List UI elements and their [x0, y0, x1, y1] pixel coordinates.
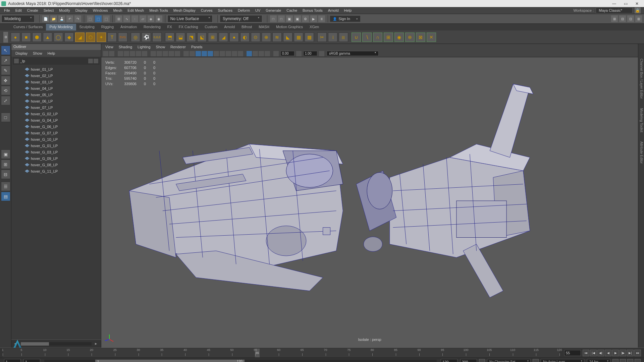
range-end-inner-field[interactable] — [441, 359, 458, 362]
range-end-field[interactable] — [460, 359, 477, 362]
menu-surfaces[interactable]: Surfaces — [215, 8, 235, 12]
vp-textured-icon[interactable] — [214, 51, 219, 56]
quad-draw-icon[interactable]: ⊞ — [384, 33, 393, 42]
panel-layout-icon-2[interactable]: ⊟ — [619, 15, 626, 22]
vp-antialias-icon[interactable] — [238, 51, 243, 56]
snap-view-icon[interactable]: ◉ — [156, 15, 162, 22]
history-toggle-icon[interactable]: □ — [270, 15, 277, 22]
play-forward-button[interactable]: ▶ — [612, 350, 619, 356]
vp-wireframe-icon[interactable] — [183, 51, 189, 56]
polydisc-icon[interactable]: ◢ — [75, 33, 85, 42]
extrude-icon[interactable]: ⬔ — [186, 33, 196, 42]
vp-exposure-field[interactable] — [280, 51, 294, 56]
remesh-icon[interactable]: ⊠ — [416, 33, 425, 42]
polysphere-icon[interactable]: ● — [11, 33, 20, 42]
range-start-field[interactable] — [4, 359, 21, 362]
outliner-search-input[interactable] — [20, 59, 88, 63]
vp-smooth-shade-icon[interactable] — [190, 51, 195, 56]
vp-menu-panels[interactable]: Panels — [189, 45, 205, 49]
separate-icon[interactable]: ⬓ — [176, 33, 185, 42]
vp-shadows-icon[interactable] — [202, 51, 207, 56]
vp-gate-mask-icon[interactable] — [157, 51, 162, 56]
sculpt-icon[interactable]: ⊛ — [405, 33, 415, 42]
vp-bookmark-icon[interactable] — [109, 51, 114, 56]
step-back-button[interactable]: ◀| — [597, 350, 604, 356]
mirror-icon[interactable]: ◐ — [240, 33, 250, 42]
maximize-button[interactable]: ▭ — [620, 0, 631, 7]
viewport-3d[interactable]: Verts:30872000Edges:60770600Faces:299490… — [101, 57, 638, 348]
outliner-item[interactable]: hover_G_02_LP — [11, 111, 101, 117]
outliner-item[interactable]: hover_G_07_LP — [11, 130, 101, 136]
outliner-toggle-icon[interactable]: ☰ — [1, 182, 10, 191]
vp-gamma-icon[interactable] — [296, 51, 302, 56]
workspace-dropdown[interactable]: Maya Classic* — [596, 7, 633, 13]
vp-menu-view[interactable]: View — [103, 45, 116, 49]
go-to-end-button[interactable]: ⏭ — [634, 350, 641, 356]
prefs-icon[interactable] — [635, 359, 641, 362]
outliner-scrollbar[interactable] — [21, 342, 92, 346]
menu-edit-mesh[interactable]: Edit Mesh — [125, 8, 147, 12]
open-scene-icon[interactable]: 📁 — [50, 15, 57, 22]
outliner-item[interactable]: hover_G_09_LP — [11, 155, 101, 162]
polyprism-icon[interactable]: ✦ — [97, 33, 106, 42]
menu-generate[interactable]: Generate — [263, 8, 284, 12]
four-view-icon[interactable]: ⊞ — [1, 160, 10, 169]
vp-wireframe-shaded-icon[interactable] — [208, 51, 213, 56]
go-to-start-button[interactable]: ⏮ — [583, 350, 589, 356]
step-forward-button[interactable]: |▶ — [620, 350, 626, 356]
merge-icon[interactable]: ⊙ — [251, 33, 260, 42]
channel-box-tab[interactable]: Channel Box / Layer Editor — [638, 54, 644, 104]
outliner-item[interactable]: hover_05_LP — [11, 92, 101, 98]
bevel-icon[interactable]: ◢ — [219, 33, 228, 42]
combine-icon[interactable]: ⬒ — [165, 33, 174, 42]
play-back-button[interactable]: ◀ — [605, 350, 611, 356]
polycube-icon[interactable]: ■ — [21, 33, 31, 42]
vp-motion-blur-icon[interactable] — [232, 51, 237, 56]
character-set-dropdown[interactable]: No Character Set — [487, 359, 531, 362]
outliner-item[interactable]: hover_G_08_LP — [11, 162, 101, 168]
vp-2d-pan-icon[interactable] — [124, 51, 129, 56]
snap-point-icon[interactable]: · — [131, 15, 138, 22]
anim-layer-dropdown[interactable]: No Anim Layer — [541, 359, 584, 362]
outliner-item[interactable]: hover_G_10_LP — [11, 136, 101, 142]
vp-menu-lighting[interactable]: Lighting — [135, 45, 153, 49]
fps-dropdown[interactable]: 24 fps — [587, 359, 610, 362]
menu-uv[interactable]: UV — [253, 8, 263, 12]
shelf-tab-rigging[interactable]: Rigging — [98, 24, 117, 31]
shelf-tab-fx[interactable]: FX — [164, 24, 175, 31]
target-weld-icon[interactable]: ⊕ — [262, 33, 271, 42]
panel-layout-icon-1[interactable]: ⊞ — [611, 15, 618, 22]
outliner-item[interactable]: hover_G_11_LP — [11, 168, 101, 174]
menu-bonus-tools[interactable]: Bonus Tools — [300, 8, 325, 12]
snap-surface-icon[interactable]: ◈ — [148, 15, 154, 22]
render-view-icon[interactable]: ▶ — [310, 15, 317, 22]
menu-file[interactable]: File — [1, 8, 13, 12]
shelf-tab-curves-surfaces[interactable]: Curves / Surfaces — [10, 24, 46, 31]
menu-windows[interactable]: Windows — [90, 8, 111, 12]
menu-modify[interactable]: Modify — [56, 8, 72, 12]
menu-deform[interactable]: Deform — [235, 8, 253, 12]
select-tool[interactable]: ↖ — [1, 46, 10, 55]
auto-key-icon[interactable] — [612, 359, 619, 362]
vp-safe-action-icon[interactable] — [169, 51, 174, 56]
vp-field-chart-icon[interactable] — [163, 51, 168, 56]
workspace-lock-icon[interactable]: 🔒 — [635, 7, 641, 13]
outliner-menu-help[interactable]: Help — [45, 51, 58, 55]
vp-menu-shading[interactable]: Shading — [116, 45, 135, 49]
subdivide-icon[interactable]: ▦ — [294, 33, 303, 42]
vp-resolution-gate-icon[interactable] — [151, 51, 156, 56]
polytype-icon[interactable]: T — [107, 33, 117, 42]
construction-history-icon[interactable]: □ — [278, 15, 285, 22]
search-icon[interactable] — [14, 59, 19, 63]
menu-edit[interactable]: Edit — [13, 8, 24, 12]
step-forward-key-button[interactable]: ▶| — [627, 350, 634, 356]
render-globals-icon[interactable]: ⚙ — [302, 15, 309, 22]
time-track[interactable]: 55 1510152025303540455055606570758085909… — [3, 349, 559, 357]
shelf-tab-arnold[interactable]: Arnold — [221, 24, 238, 31]
outliner-item[interactable]: hover_G_03_LP — [11, 149, 101, 155]
vp-xray-joints-icon[interactable] — [259, 51, 264, 56]
anim-prefs-icon[interactable] — [627, 359, 633, 362]
menu-display[interactable]: Display — [73, 8, 90, 12]
svg-icon[interactable]: SVG — [118, 33, 127, 42]
shelf-tab-animation[interactable]: Animation — [117, 24, 140, 31]
